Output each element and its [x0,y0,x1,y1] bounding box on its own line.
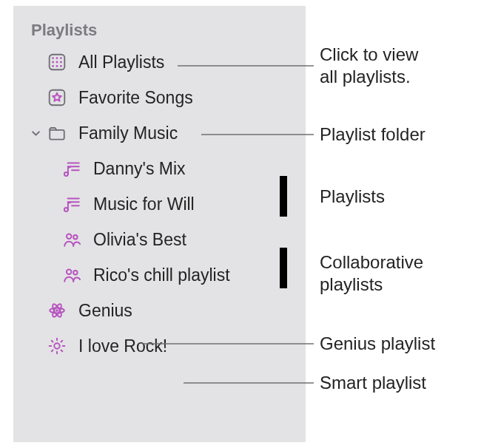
star-icon [46,86,68,109]
svg-point-20 [73,235,77,239]
svg-point-19 [67,234,72,239]
playlists-sidebar: Playlists All Playlists [13,6,306,442]
sidebar-item-genius[interactable]: Genius [21,293,298,328]
svg-point-21 [67,269,72,274]
folder-icon [46,122,68,144]
sidebar-item-label: Danny's Mix [93,159,291,179]
annotation-collab: Collaborativeplaylists [320,251,423,296]
svg-point-4 [52,61,54,64]
sidebar-item-music-for-will[interactable]: Music for Will [21,186,298,222]
sidebar-item-all-playlists[interactable]: All Playlists [21,44,298,80]
annotation-all-playlists: Click to viewall playlists. [320,44,418,88]
sidebar-item-favorite-songs[interactable]: Favorite Songs [21,80,298,115]
svg-point-8 [56,65,58,67]
svg-point-1 [52,57,54,59]
sidebar-item-label: Olivia's Best [93,230,291,250]
annotation-playlists: Playlists [320,186,385,208]
gear-icon [46,335,68,357]
svg-point-3 [60,57,62,59]
chevron-down-icon[interactable] [28,129,43,138]
sidebar-item-label: Rico's chill playlist [93,265,291,285]
sidebar-item-label: Genius [78,301,291,321]
grid-icon [46,51,68,73]
annotation-genius: Genius playlist [320,333,435,355]
sidebar-item-label: I love Rock! [78,336,291,356]
svg-point-7 [52,65,54,67]
sidebar-item-dannys-mix[interactable]: Danny's Mix [21,151,298,186]
sidebar-item-i-love-rock[interactable]: I love Rock! [21,328,298,364]
section-title: Playlists [21,21,298,44]
svg-point-2 [56,57,58,59]
collaborative-icon [61,264,83,286]
svg-point-9 [60,65,62,67]
sidebar-item-label: Favorite Songs [78,88,291,108]
svg-point-27 [54,343,59,348]
genius-icon [46,299,68,322]
svg-point-6 [60,61,62,64]
svg-point-5 [56,61,58,64]
sidebar-item-label: All Playlists [78,52,291,72]
svg-point-26 [56,309,58,312]
sidebar-item-olivias-best[interactable]: Olivia's Best [21,222,298,257]
sidebar-item-label: Family Music [78,123,291,143]
playlist-icon [61,193,83,215]
sidebar-item-label: Music for Will [93,194,291,214]
collaborative-icon [61,228,83,251]
annotation-smart: Smart playlist [320,372,426,394]
sidebar-item-ricos-chill[interactable]: Rico's chill playlist [21,257,298,293]
playlist-icon [61,157,83,180]
annotation-folder: Playlist folder [320,123,426,146]
svg-point-22 [73,271,77,274]
sidebar-item-family-music[interactable]: Family Music [21,115,298,151]
